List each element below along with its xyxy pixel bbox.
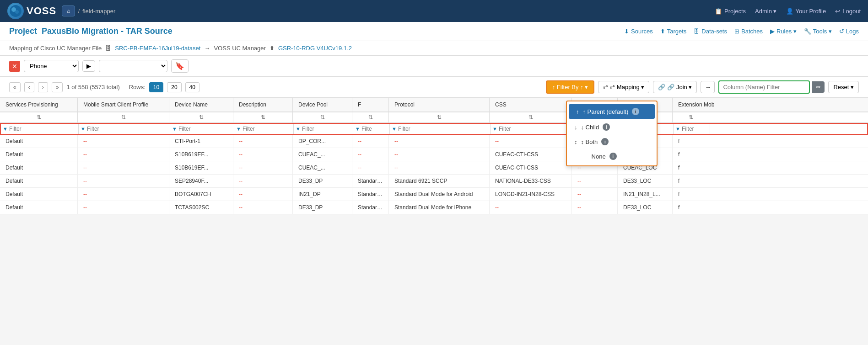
top-navigation: VOSS ⌂ / field-mapper 📋 Projects Admin ▾… — [0, 0, 868, 22]
prev-page-button[interactable]: ‹ — [24, 82, 34, 92]
secondary-selector[interactable] — [99, 60, 167, 72]
data-cell-f: Standard Dual Mode for Android — [352, 188, 389, 201]
filter-both-option[interactable]: ↕ ↕ Both i — [567, 134, 657, 149]
filter-icon-desc: ▼ — [236, 126, 241, 132]
filter-icon-dn: ▼ — [172, 126, 177, 132]
join-icon: 🔗 — [658, 84, 665, 90]
page-info: 1 of 558 (5573 total) — [66, 84, 119, 90]
sort-ms[interactable]: ⇅ — [78, 112, 169, 122]
filter-cell-dn: ▼ — [170, 124, 234, 134]
logout-link[interactable]: ↩ Logout — [835, 8, 861, 15]
data-cell-css: CUEAC-CTI-CSS — [490, 161, 572, 174]
data-cell-dp: DE33_DP — [293, 201, 352, 214]
arrow-button[interactable]: → — [701, 81, 715, 93]
column-filter-input[interactable] — [718, 80, 810, 94]
admin-menu[interactable]: Admin ▾ — [755, 8, 776, 15]
data-cell-proto: Standard Dual Mode for iPhone — [389, 201, 490, 214]
data-cell-f: -- — [352, 135, 389, 148]
sort-f[interactable]: ⇅ — [352, 112, 389, 122]
logs-link[interactable]: ↺ Logs — [839, 28, 859, 35]
rows-40-button[interactable]: 40 — [185, 82, 199, 92]
datasets-link[interactable]: 🗄 Data-sets — [694, 28, 727, 35]
data-cell-dp: DE33_DP — [293, 175, 352, 187]
home-button[interactable]: ⌂ — [62, 5, 75, 16]
first-page-button[interactable]: « — [9, 82, 21, 92]
filter-parent-option[interactable]: ↑ ↑ Parent (default) i — [569, 104, 655, 119]
reset-button[interactable]: Reset ▾ — [828, 81, 859, 93]
data-cell-desc: -- — [233, 188, 293, 201]
batches-link[interactable]: ⊞ Batches — [734, 28, 763, 35]
filter-input-ms[interactable] — [87, 126, 168, 132]
type-selector[interactable]: Phone — [24, 60, 79, 72]
forward-button[interactable]: ▶ — [82, 60, 95, 72]
rows-20-button[interactable]: 20 — [167, 82, 181, 92]
source-dataset-link[interactable]: SRC-PB-EMEA-16Jul19-dataset — [115, 45, 200, 52]
your-profile-link[interactable]: 👤 Your Profile — [786, 8, 826, 15]
data-cell-ext: f — [673, 188, 709, 201]
mapping-dropdown-button[interactable]: ⇄ ⇄ Mapping ▾ — [598, 81, 649, 93]
filter-by-button[interactable]: ↑ Filter By ↑ ▾ — [546, 80, 595, 94]
filter-input-dp[interactable] — [302, 126, 351, 132]
pencil-button[interactable]: ✏ — [812, 81, 825, 93]
sort-icon-desc: ⇅ — [261, 114, 265, 121]
sort-proto[interactable]: ⇅ — [389, 112, 490, 122]
filter-cell-ms: ▼ — [79, 124, 170, 134]
col-header-protocol: Protocol — [389, 98, 490, 111]
mapping-icon: ⇄ — [603, 84, 608, 90]
filter-input-css[interactable] — [499, 126, 571, 132]
data-cell-proto: -- — [389, 161, 490, 174]
join-button[interactable]: 🔗 🔗 Join ▾ — [653, 81, 697, 93]
next-page-button[interactable]: › — [38, 82, 48, 92]
tools-menu[interactable]: 🔧 Tools ▾ — [804, 28, 832, 35]
col-header-device-pool: Device Pool — [293, 98, 352, 111]
filter-icon-sp: ▼ — [3, 126, 8, 132]
filter-none-option[interactable]: — — None i — [567, 149, 657, 164]
targets-link[interactable]: ⬆ Targets — [660, 28, 687, 35]
sources-link[interactable]: ⬇ Sources — [624, 28, 653, 35]
data-cell-sp: Default — [0, 135, 78, 148]
rows-10-button[interactable]: 10 — [149, 82, 163, 92]
bookmark-icon: 🔖 — [175, 62, 184, 70]
last-page-button[interactable]: » — [52, 82, 63, 92]
data-cell-desc: -- — [233, 175, 293, 187]
sort-sp[interactable]: ⇅ — [0, 112, 78, 122]
logo-icon — [7, 3, 24, 19]
close-button[interactable]: ✕ — [9, 61, 20, 72]
target-system-link[interactable]: GSR-10-RDG V4UCv19.1.2 — [278, 45, 352, 52]
filter-input-proto[interactable] — [398, 126, 488, 132]
filter-input-dn[interactable] — [178, 126, 232, 132]
data-cell-css: -- — [490, 135, 572, 148]
data-cell-sp: Default — [0, 201, 78, 214]
sort-dp[interactable]: ⇅ — [293, 112, 352, 122]
filter-input-f[interactable] — [361, 126, 384, 132]
filter-input-sp[interactable] — [9, 126, 76, 132]
source-icon: 🗄 — [105, 45, 111, 52]
filter-icon-ms: ▼ — [81, 126, 86, 132]
arrow-separator: → — [204, 45, 210, 52]
projects-icon: 📋 — [715, 8, 722, 15]
filter-child-option[interactable]: ↓ ↓ Child i — [567, 120, 657, 134]
table-row: Default--TCTAS002SC--DE33_DPStandard Dua… — [0, 201, 868, 214]
data-cell-dn: S10B619EF... — [169, 161, 233, 174]
table-row: Default--CTI-Port-1--DP_COR...--------SL… — [0, 135, 868, 148]
sort-ext[interactable]: ⇅ — [673, 112, 709, 122]
filter-input-ext[interactable] — [682, 126, 708, 132]
filter-icon-proto: ▼ — [392, 126, 397, 132]
projects-link[interactable]: 📋 Projects — [715, 8, 746, 15]
sort-desc[interactable]: ⇅ — [233, 112, 293, 122]
data-cell-loc: IN21_IN28_L... — [618, 188, 673, 201]
data-cell-css: -- — [490, 201, 572, 214]
filter-cell-dp: ▼ — [294, 124, 353, 134]
col-header-css: CSS — [490, 98, 572, 111]
filter-cell-ext: ▼ — [674, 124, 710, 134]
data-cell-ext: f — [673, 161, 709, 174]
filter-input-desc[interactable] — [243, 126, 291, 132]
logout-icon: ↩ — [835, 8, 840, 15]
rules-menu[interactable]: ▶ Rules ▾ — [770, 28, 797, 35]
sort-dn[interactable]: ⇅ — [169, 112, 233, 122]
data-cell-proto: -- — [389, 135, 490, 148]
sort-css[interactable]: ⇅ — [490, 112, 572, 122]
bookmark-button[interactable]: 🔖 — [171, 59, 189, 73]
datasets-icon: 🗄 — [694, 28, 700, 35]
data-rows: Default--CTI-Port-1--DP_COR...--------SL… — [0, 135, 868, 214]
